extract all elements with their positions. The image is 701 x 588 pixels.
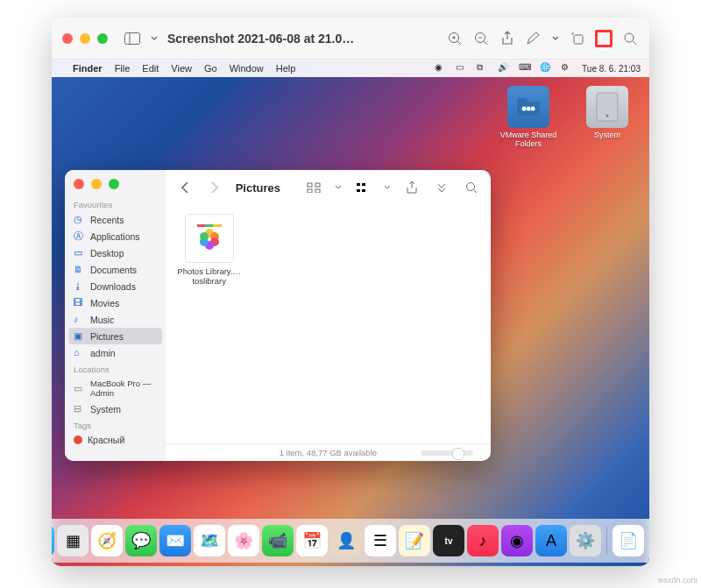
zoom-dot[interactable] — [109, 179, 119, 189]
sidebar-item-music[interactable]: ♪Music — [65, 311, 166, 328]
close-dot[interactable] — [74, 179, 84, 189]
desktop-icon: ▭ — [74, 247, 85, 259]
forward-icon[interactable] — [206, 179, 223, 196]
desktop-icon-vmware[interactable]: VMware Shared Folders — [497, 86, 560, 148]
desktop-icon-system[interactable]: System — [576, 86, 639, 148]
file-item-label: Photos Library.…toslibrary — [176, 266, 243, 286]
display-icon[interactable]: ▭ — [456, 62, 468, 74]
sidebar-item-desktop[interactable]: ▭Desktop — [65, 244, 166, 261]
svg-rect-27 — [362, 189, 365, 192]
file-item-photos-library[interactable]: Photos Library.…toslibrary — [176, 214, 243, 286]
dock-appstore[interactable]: A — [535, 525, 567, 556]
dock-finder[interactable]: 🙂 — [52, 525, 54, 556]
svg-rect-25 — [357, 189, 360, 192]
language-icon[interactable]: 🌐 — [540, 62, 552, 74]
dock-facetime[interactable]: 📹 — [262, 525, 294, 556]
icon-size-slider[interactable] — [421, 450, 473, 456]
home-icon: ⌂ — [74, 347, 85, 358]
chevron-down-icon[interactable] — [150, 30, 159, 47]
sidebar-item-movies[interactable]: 🎞Movies — [65, 294, 166, 311]
svg-rect-24 — [357, 183, 360, 186]
photos-library-icon — [185, 214, 234, 263]
dock-messages[interactable]: 💬 — [125, 525, 157, 556]
dock-separator — [606, 527, 607, 555]
share-icon[interactable] — [499, 30, 516, 47]
sidebar-toggle-icon[interactable] — [124, 30, 141, 47]
svg-rect-14 — [517, 98, 528, 103]
sidebar-item-downloads[interactable]: ⭳Downloads — [65, 278, 166, 294]
menu-help[interactable]: Help — [276, 63, 296, 74]
keyboard-icon[interactable]: ⌨ — [519, 62, 531, 74]
dock-photos[interactable]: 🌸 — [228, 525, 259, 556]
rotate-icon[interactable] — [569, 30, 586, 47]
chevron-down-icon[interactable] — [335, 179, 342, 196]
sound-icon[interactable]: 🔊 — [498, 62, 510, 74]
svg-line-3 — [457, 41, 461, 45]
screen-mirror-icon[interactable]: ⧉ — [477, 62, 489, 74]
svg-rect-37 — [197, 224, 205, 227]
dock-trash[interactable]: 🗑️ — [647, 525, 649, 556]
svg-rect-22 — [308, 189, 312, 193]
dock-mail[interactable]: ✉️ — [159, 525, 191, 556]
sidebar-tag-red[interactable]: Красный — [65, 432, 166, 448]
sidebar-item-applications[interactable]: ⒶApplications — [65, 228, 166, 244]
dock-launchpad[interactable]: ▦ — [57, 525, 89, 556]
drive-icon: ⊟ — [74, 403, 85, 414]
close-dot[interactable] — [62, 33, 73, 44]
svg-point-11 — [625, 33, 634, 42]
sidebar-item-pictures[interactable]: ▣Pictures — [68, 328, 162, 344]
minimize-dot[interactable] — [80, 33, 90, 44]
menu-edit[interactable]: Edit — [142, 63, 159, 74]
sidebar-item-recents[interactable]: ◷Recents — [65, 211, 166, 228]
chevron-down-icon[interactable] — [384, 179, 391, 196]
svg-point-16 — [527, 107, 531, 111]
menu-file[interactable]: File — [115, 63, 131, 74]
dock-tv[interactable]: tv — [433, 525, 464, 556]
dock-calendar[interactable]: 📅 — [296, 525, 328, 556]
preview-traffic-lights[interactable] — [62, 33, 108, 44]
dock-contacts[interactable]: 👤 — [330, 525, 362, 556]
dock-music[interactable]: ♪ — [467, 525, 499, 556]
finder-body[interactable]: Photos Library.…toslibrary — [166, 205, 491, 443]
more-icon[interactable] — [433, 179, 450, 196]
dock-podcasts[interactable]: ◉ — [501, 525, 533, 556]
sidebar-item-admin[interactable]: ⌂admin — [65, 344, 166, 361]
finder-window: Favourites ◷Recents ⒶApplications ▭Deskt… — [65, 170, 491, 461]
menu-view[interactable]: View — [171, 63, 192, 74]
dock-downloads-stack[interactable]: 📄 — [612, 525, 644, 556]
group-icon[interactable] — [354, 179, 372, 196]
sidebar-item-system[interactable]: ⊟System — [65, 400, 166, 417]
menubar-app[interactable]: Finder — [73, 63, 103, 74]
zoom-out-icon[interactable] — [472, 30, 490, 47]
chevron-down-icon[interactable] — [551, 30, 560, 47]
dock-notes[interactable]: 📝 — [399, 525, 430, 556]
dock-safari[interactable]: 🧭 — [91, 525, 123, 556]
markup-toolbar-icon[interactable] — [595, 30, 612, 47]
finder-status-text: 1 item, 48,77 GB available — [280, 448, 377, 457]
dock-sysprefs[interactable]: ⚙️ — [570, 525, 601, 556]
menubar-datetime[interactable]: Tue 8. 6. 21:03 — [582, 64, 641, 74]
svg-point-28 — [467, 183, 475, 191]
svg-line-29 — [474, 190, 477, 193]
menu-go[interactable]: Go — [204, 63, 217, 74]
sidebar-group-locations: Locations — [65, 361, 166, 376]
minimize-dot[interactable] — [91, 179, 102, 189]
view-icons-icon[interactable] — [305, 179, 322, 196]
dock-maps[interactable]: 🗺️ — [194, 525, 225, 556]
sidebar-item-documents[interactable]: 🗎Documents — [65, 261, 166, 278]
menu-window[interactable]: Window — [230, 63, 264, 74]
markup-pencil-icon[interactable] — [525, 30, 542, 47]
back-icon[interactable] — [176, 179, 194, 196]
zoom-dot[interactable] — [97, 33, 108, 44]
svg-rect-23 — [315, 189, 320, 193]
record-icon[interactable]: ◉ — [435, 62, 447, 74]
search-icon[interactable] — [621, 30, 639, 47]
dock-reminders[interactable]: ☰ — [365, 525, 396, 556]
control-center-icon[interactable]: ⚙ — [561, 62, 573, 74]
share-icon[interactable] — [403, 179, 421, 196]
zoom-in-icon[interactable] — [446, 30, 464, 47]
search-icon[interactable] — [463, 179, 480, 196]
sidebar-item-macbook[interactable]: ▭MacBook Pro — Admin — [65, 376, 166, 400]
finder-traffic-lights[interactable] — [65, 177, 159, 196]
svg-point-35 — [200, 232, 209, 241]
